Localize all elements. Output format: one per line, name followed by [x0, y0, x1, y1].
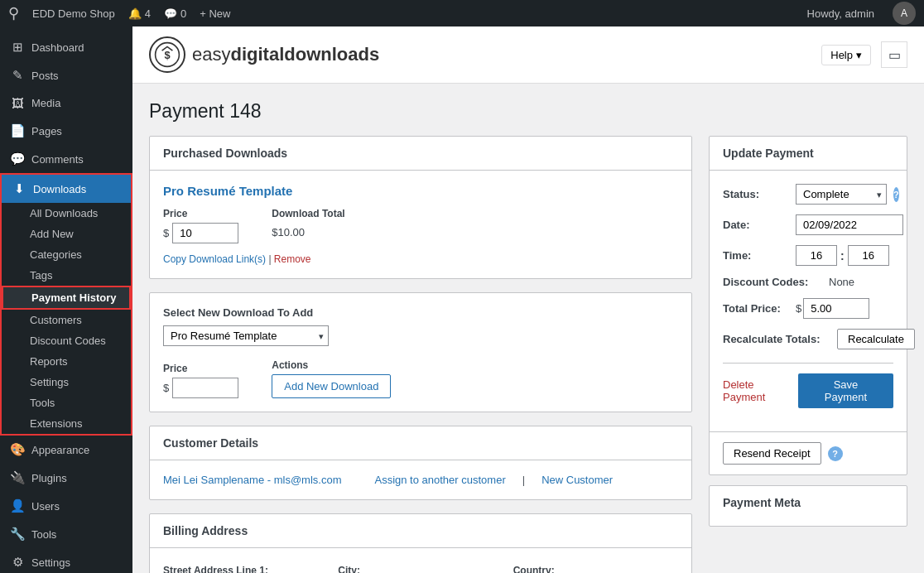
submenu-reports[interactable]: Reports [2, 351, 131, 372]
downloads-submenu: All Downloads Add New Categories Tags Pa… [2, 203, 131, 434]
remove-link[interactable]: Remove [274, 253, 311, 265]
submenu-settings[interactable]: Settings [2, 372, 131, 392]
svg-text:$: $ [164, 49, 170, 61]
sidebar-item-appearance[interactable]: 🎨 Appearance [0, 436, 132, 464]
edd-header: $ easydigitaldownloads Help ▾ ▭ [132, 26, 924, 84]
downloads-icon: ⬇ [12, 181, 26, 196]
recalculate-button[interactable]: Recalculate [837, 329, 915, 349]
time-label: Time: [723, 249, 789, 262]
sidebar-item-label: Posts [31, 70, 59, 82]
add-new-download-button[interactable]: Add New Download [272, 374, 391, 398]
sidebar-item-label: Pages [31, 125, 62, 137]
submenu-extensions[interactable]: Extensions [2, 413, 131, 434]
sidebar-item-label: Tools [31, 528, 56, 541]
new-item[interactable]: + New [200, 7, 230, 20]
submenu-add-new[interactable]: Add New [2, 224, 131, 244]
total-input[interactable] [803, 298, 869, 319]
chevron-down-icon: ▾ [856, 49, 862, 61]
edd-header-right: Help ▾ ▭ [821, 41, 907, 68]
sidebar-item-tools[interactable]: 🔧 Tools [0, 520, 132, 548]
recalculate-label: Recalculate Totals: [723, 333, 830, 345]
actions-label: Actions [272, 359, 391, 371]
settings-icon: ⚙ [10, 555, 25, 570]
submenu-discount-codes[interactable]: Discount Codes [2, 330, 131, 351]
plugins-icon: 🔌 [10, 470, 25, 485]
add-price-input[interactable] [172, 378, 238, 398]
new-customer-link[interactable]: New Customer [541, 474, 613, 486]
status-row: Status: Complete Pending Processing Refu… [723, 184, 893, 205]
time-hour-input[interactable] [796, 245, 837, 266]
submenu-categories[interactable]: Categories [2, 244, 131, 265]
resend-section: Resend Receipt ? [710, 431, 907, 474]
product-link[interactable]: Pro Resumé Template [163, 184, 678, 198]
sidebar-item-settings[interactable]: ⚙ Settings [0, 548, 132, 573]
users-icon: 👤 [10, 498, 25, 513]
monitor-icon[interactable]: ▭ [881, 41, 907, 68]
discount-row: Discount Codes: None [723, 276, 893, 288]
payment-meta-card: Payment Meta [709, 485, 907, 527]
sidebar-item-label: Settings [31, 556, 70, 569]
wp-logo[interactable]: ⚲ [8, 4, 19, 22]
sidebar-item-users[interactable]: 👤 Users [0, 492, 132, 520]
copy-link-row: Copy Download Link(s) | Remove [163, 253, 678, 265]
status-help-icon[interactable]: ? [893, 187, 899, 202]
update-payment-header: Update Payment [710, 137, 907, 171]
submenu-all-downloads[interactable]: All Downloads [2, 203, 131, 224]
sidebar-item-downloads[interactable]: ⬇ Downloads [2, 175, 131, 203]
comments-count: 0 [180, 7, 186, 20]
save-payment-button[interactable]: Save Payment [798, 373, 893, 408]
pages-icon: 📄 [10, 123, 25, 138]
sidebar-item-plugins[interactable]: 🔌 Plugins [0, 464, 132, 492]
update-payment-card: Update Payment Status: Complete Pending … [709, 136, 907, 475]
date-input[interactable] [796, 214, 903, 235]
comments-item[interactable]: 💬 0 [164, 7, 186, 20]
sidebar-item-label: Plugins [31, 472, 67, 484]
download-total-label: Download Total [272, 208, 344, 219]
comments-icon: 💬 [164, 7, 177, 20]
time-row: Time: : [723, 245, 893, 266]
notifications-item[interactable]: 🔔 4 [128, 7, 151, 20]
copy-link[interactable]: Copy Download Link(s) [163, 253, 266, 265]
sidebar-item-pages[interactable]: 📄 Pages [0, 117, 132, 145]
edd-logo-icon: $ [149, 36, 185, 73]
sidebar-item-label: Media [31, 97, 60, 109]
submenu-tools[interactable]: Tools [2, 392, 131, 413]
date-label: Date: [723, 219, 789, 231]
sidebar-item-label: Comments [31, 153, 84, 166]
city-label: City: [338, 565, 503, 573]
status-select[interactable]: Complete Pending Processing Refunded Fai… [796, 184, 887, 205]
sidebar-item-media[interactable]: 🖼 Media [0, 89, 132, 117]
posts-icon: ✎ [10, 68, 25, 83]
price-input[interactable] [172, 223, 238, 243]
submenu-customers[interactable]: Customers [2, 310, 131, 330]
media-icon: 🖼 [10, 96, 25, 110]
select-download-card: Select New Download To Add Pro Resumé Te… [149, 292, 692, 412]
sidebar-item-dashboard[interactable]: ⊞ Dashboard [0, 33, 132, 61]
download-select[interactable]: Pro Resumé Template [163, 325, 329, 346]
download-total-value: $10.00 [272, 223, 344, 238]
customer-pipe: | [522, 474, 525, 486]
submenu-payment-history[interactable]: Payment History [3, 287, 129, 308]
recalculate-row: Recalculate Totals: Recalculate [723, 329, 893, 349]
submenu-tags[interactable]: Tags [2, 265, 131, 286]
sidebar: ⊞ Dashboard ✎ Posts 🖼 Media 📄 Pages 💬 Co… [0, 26, 132, 573]
notifications-count: 4 [145, 7, 151, 20]
purchased-downloads-header: Purchased Downloads [150, 137, 691, 171]
sidebar-item-comments[interactable]: 💬 Comments [0, 145, 132, 173]
status-select-wrap: Complete Pending Processing Refunded Fai… [796, 184, 887, 205]
sidebar-item-posts[interactable]: ✎ Posts [0, 61, 132, 89]
time-minute-input[interactable] [848, 245, 889, 266]
download-select-wrap: Pro Resumé Template [163, 325, 329, 346]
total-row: Total Price: $ [723, 298, 893, 319]
site-name[interactable]: EDD Demo Shop [32, 7, 115, 20]
assign-customer-link[interactable]: Assign to another customer [374, 474, 505, 486]
help-button[interactable]: Help ▾ [821, 45, 871, 65]
appearance-icon: 🎨 [10, 442, 25, 457]
customer-link[interactable]: Mei Lei Samplename - mls@mls.com [163, 474, 341, 486]
resend-help-icon[interactable]: ? [828, 446, 843, 461]
delete-payment-link[interactable]: Delete Payment [723, 378, 798, 403]
resend-receipt-button[interactable]: Resend Receipt [723, 442, 821, 465]
tools-icon: 🔧 [10, 527, 25, 542]
action-row: Delete Payment Save Payment [723, 363, 893, 418]
admin-bar: ⚲ EDD Demo Shop 🔔 4 💬 0 + New Howdy, adm… [0, 0, 924, 26]
